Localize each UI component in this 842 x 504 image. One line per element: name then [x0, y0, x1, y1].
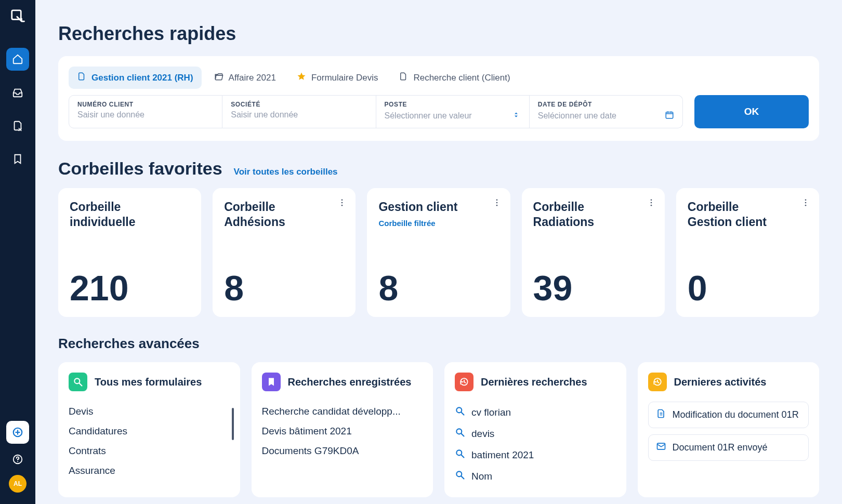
help-button[interactable] — [6, 448, 29, 471]
inbox-card[interactable]: Gestion client Corbeille filtrée 8 — [367, 188, 510, 317]
activity-item[interactable]: Document 01R envoyé — [648, 434, 809, 461]
advanced-grid: Tous mes formulaires Devis Candidatures … — [58, 362, 819, 497]
more-icon[interactable] — [798, 195, 813, 210]
more-icon[interactable] — [335, 195, 349, 210]
search-icon — [455, 406, 465, 419]
inbox-card-count: 39 — [533, 270, 653, 306]
search-icon — [455, 448, 465, 461]
inbox-card-subtitle: Corbeille filtrée — [378, 219, 498, 228]
svg-point-6 — [341, 205, 343, 206]
search-icon — [455, 470, 465, 483]
inbox-card-count: 8 — [224, 270, 344, 306]
field-placeholder: Saisir une donnée — [77, 110, 214, 120]
inbox-card-title: Gestion client — [378, 200, 467, 215]
list-item[interactable]: cv florian — [455, 402, 616, 423]
search-icon — [69, 373, 87, 391]
field-company[interactable]: SOCIÉTÉ Saisir une donnée — [222, 95, 376, 128]
qs-tab-recherche-client[interactable]: Recherche client (Client) — [390, 67, 518, 89]
nav-bookmarks[interactable] — [6, 148, 29, 170]
user-avatar[interactable]: AL — [9, 475, 27, 493]
file-icon — [77, 72, 86, 84]
list-item[interactable]: Contrats — [69, 441, 230, 461]
svg-rect-3 — [666, 112, 673, 118]
list-item[interactable]: Devis — [69, 402, 230, 421]
nav-forms[interactable] — [6, 114, 29, 137]
svg-point-14 — [805, 202, 807, 204]
field-position[interactable]: POSTE Sélectionner une valeur — [376, 95, 530, 128]
inbox-card-count: 8 — [378, 270, 498, 306]
field-label: SOCIÉTÉ — [231, 101, 367, 108]
see-all-inboxes-link[interactable]: Voir toutes les corbeilles — [234, 167, 338, 177]
app-logo[interactable] — [10, 8, 25, 24]
ok-button[interactable]: OK — [694, 95, 809, 128]
field-placeholder: Selécionner une date — [538, 110, 674, 122]
field-placeholder: Sélectionner une valeur — [385, 110, 521, 122]
inbox-card-count: 210 — [70, 270, 190, 306]
inbox-card[interactable]: Corbeille individuelle 210 — [58, 188, 201, 317]
svg-point-15 — [805, 205, 807, 206]
qs-tab-formulaire-devis[interactable]: Formulaire Devis — [288, 67, 386, 89]
qs-tab-label: Affaire 2021 — [229, 73, 276, 83]
main-content: Recherches rapides Gestion client 2021 (… — [35, 0, 842, 504]
quick-search-title: Recherches rapides — [58, 23, 819, 45]
field-label: POSTE — [385, 101, 521, 108]
inbox-card-count: 0 — [688, 270, 808, 306]
history-icon — [455, 373, 473, 391]
qs-tab-gestion-client[interactable]: Gestion client 2021 (RH) — [69, 67, 202, 89]
advanced-searches-title: Recherches avancées — [58, 336, 819, 352]
history-icon — [648, 373, 667, 391]
svg-point-9 — [496, 205, 497, 206]
card-title: Dernières recherches — [481, 376, 587, 388]
inbox-card-title: Corbeille Radiations — [533, 200, 622, 230]
list-item[interactable]: devis — [455, 423, 616, 444]
bookmark-icon — [262, 373, 281, 391]
svg-point-12 — [650, 205, 652, 206]
fav-inboxes-row: Corbeille individuelle 210 Corbeille Adh… — [58, 188, 819, 317]
fav-inboxes-title: Corbeilles favorites — [58, 158, 222, 179]
more-icon[interactable] — [490, 195, 504, 210]
field-placeholder: Saisir une donnée — [231, 110, 367, 120]
qs-tab-label: Formulaire Devis — [311, 73, 378, 83]
list-item[interactable]: Devis bâtiment 2021 — [262, 421, 423, 441]
recent-activity-card: Dernieres activités Modification du docu… — [638, 362, 820, 497]
inbox-card[interactable]: Corbeille Adhésions 8 — [213, 188, 356, 317]
search-icon — [455, 427, 465, 440]
svg-point-8 — [496, 202, 497, 204]
card-title: Dernieres activités — [674, 376, 767, 388]
inbox-card[interactable]: Corbeille Radiations 39 — [522, 188, 665, 317]
card-title: Tous mes formulaires — [95, 376, 202, 388]
qs-tab-affaire[interactable]: Affaire 2021 — [206, 67, 284, 89]
svg-point-10 — [650, 199, 652, 201]
activity-item[interactable]: Modification du document 01R — [648, 402, 809, 428]
svg-point-13 — [805, 199, 807, 201]
svg-point-11 — [650, 202, 652, 204]
folder-open-icon — [214, 72, 223, 84]
quick-search-fields: NUMÉRO CLIENT Saisir une donnée SOCIÉTÉ … — [69, 95, 809, 128]
inbox-card-title: Corbeille individuelle — [70, 200, 158, 230]
mail-icon — [656, 441, 666, 454]
nav-home[interactable] — [6, 48, 29, 71]
inbox-card[interactable]: Corbeille Gestion client 0 — [676, 188, 819, 317]
list-item[interactable]: Candidatures — [69, 421, 230, 441]
list-item[interactable]: Nom — [455, 466, 616, 487]
calendar-icon — [665, 110, 674, 122]
field-label: DATE DE DÉPÔT — [538, 101, 674, 108]
scrollbar-thumb[interactable] — [232, 408, 234, 440]
list-item[interactable]: Documents G79KD0A — [262, 441, 423, 461]
field-deposit-date[interactable]: DATE DE DÉPÔT Selécionner une date — [530, 95, 683, 128]
list-item[interactable]: Assurance — [69, 461, 230, 481]
add-button[interactable] — [6, 421, 29, 444]
nav-inbox[interactable] — [6, 81, 29, 104]
card-title: Recherches enregistrées — [288, 376, 412, 388]
inbox-card-title: Corbeille Gestion client — [688, 200, 776, 230]
qs-tab-label: Recherche client (Client) — [413, 73, 510, 83]
field-client-number[interactable]: NUMÉRO CLIENT Saisir une donnée — [69, 95, 222, 128]
list-item[interactable]: Recherche candidat développ... — [262, 402, 423, 421]
svg-point-4 — [341, 199, 343, 201]
svg-point-5 — [341, 202, 343, 204]
more-icon[interactable] — [644, 195, 659, 210]
star-icon — [297, 72, 306, 84]
list-item[interactable]: batiment 2021 — [455, 444, 616, 466]
sort-icon — [511, 110, 521, 122]
inbox-card-title: Corbeille Adhésions — [224, 200, 312, 230]
